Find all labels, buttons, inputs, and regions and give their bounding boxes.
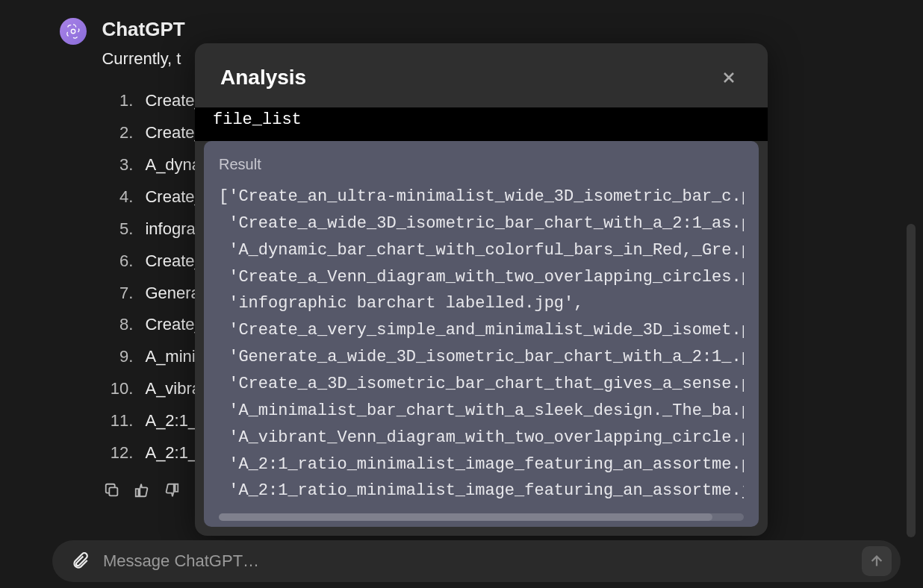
svg-point-0 [71,29,75,34]
code-text: file_list [213,110,302,129]
thumbs-up-icon[interactable] [131,480,152,501]
code-input: file_list [195,107,768,141]
horizontal-scrollbar[interactable] [219,513,744,521]
page-scrollbar[interactable] [907,224,916,537]
message-input-bar[interactable]: Message ChatGPT… [52,540,901,582]
result-content: ['Create_an_ultra-minimalist_wide_3D_iso… [219,184,744,504]
scrollbar-thumb[interactable] [219,513,712,521]
send-button[interactable] [862,546,892,576]
assistant-avatar [60,18,87,45]
modal-title: Analysis [220,66,306,90]
analysis-modal: Analysis file_list Result ['Create_an_ul… [195,43,768,536]
input-placeholder[interactable]: Message ChatGPT… [91,551,862,571]
result-panel: Result ['Create_an_ultra-minimalist_wide… [204,141,759,527]
result-label: Result [219,156,744,173]
close-button[interactable] [715,64,742,91]
attachment-icon[interactable] [69,550,91,572]
copy-icon[interactable] [102,480,122,501]
svg-rect-1 [110,487,118,495]
thumbs-down-icon[interactable] [161,480,182,501]
assistant-name: ChatGPT [102,18,229,41]
modal-header: Analysis [195,43,768,107]
